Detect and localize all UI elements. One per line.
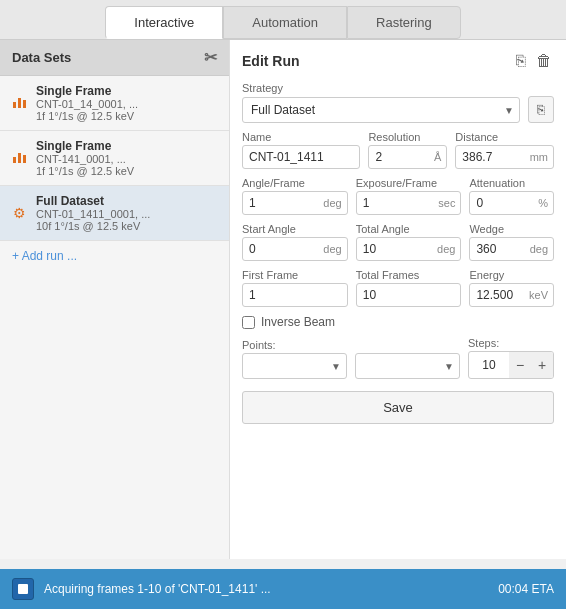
inverse-beam-checkbox[interactable] <box>242 316 255 329</box>
total-frames-input[interactable] <box>356 283 462 307</box>
clear-icon[interactable]: ✂ <box>204 48 217 67</box>
inverse-beam-row: Inverse Beam <box>242 315 554 329</box>
list-item[interactable]: Single Frame CNT-141_0001, ... 1f 1°/1s … <box>0 131 229 186</box>
wedge-label: Wedge <box>469 223 554 235</box>
bars-icon <box>10 149 28 167</box>
points-first-group: Points: ▼ <box>242 339 347 379</box>
sidebar: Data Sets ✂ Single Frame CNT-01_14_0001,… <box>0 40 230 559</box>
gear-icon: ⚙ <box>10 204 28 222</box>
edit-run-title: Edit Run <box>242 53 300 69</box>
distance-label: Distance <box>455 131 554 143</box>
tab-rastering[interactable]: Rastering <box>347 6 461 39</box>
start-angle-input[interactable] <box>242 237 348 261</box>
edit-header: Edit Run ⎘ 🗑 <box>242 50 554 72</box>
energy-label: Energy <box>469 269 554 281</box>
exposure-frame-label: Exposure/Frame <box>356 177 462 189</box>
item-name: CNT-141_0001, ... <box>36 153 134 165</box>
steps-group: Steps: − + <box>468 337 554 379</box>
points-row: Points: ▼ ▼ Steps: <box>242 337 554 379</box>
list-item[interactable]: Single Frame CNT-01_14_0001, ... 1f 1°/1… <box>0 76 229 131</box>
strategy-row: Full Dataset Single Frame Screening ▼ ⎘ <box>242 96 554 123</box>
edit-panel: Edit Run ⎘ 🗑 Strategy Full Dataset Singl… <box>230 40 566 559</box>
distance-input[interactable] <box>455 145 554 169</box>
steps-input[interactable] <box>469 354 509 376</box>
resolution-label: Resolution <box>368 131 447 143</box>
item-name: CNT-01_1411_0001, ... <box>36 208 150 220</box>
attenuation-label: Attenuation <box>469 177 554 189</box>
name-label: Name <box>242 131 360 143</box>
status-bar: Acquiring frames 1-10 of 'CNT-01_1411' .… <box>0 569 566 609</box>
steps-decrement-button[interactable]: − <box>509 352 531 378</box>
points-select-1-wrapper: ▼ <box>242 353 347 379</box>
strategy-copy-button[interactable]: ⎘ <box>528 96 554 123</box>
add-run-button[interactable]: + Add run ... <box>0 241 229 271</box>
status-text: Acquiring frames 1-10 of 'CNT-01_1411' .… <box>44 582 488 596</box>
inverse-beam-label[interactable]: Inverse Beam <box>261 315 335 329</box>
item-detail: 10f 1°/1s @ 12.5 keV <box>36 220 150 232</box>
angle-frame-input[interactable] <box>242 191 348 215</box>
stop-button[interactable] <box>12 578 34 600</box>
total-frames-label: Total Frames <box>356 269 462 281</box>
tab-automation[interactable]: Automation <box>223 6 347 39</box>
points-select-2-wrapper: ▼ <box>355 353 460 379</box>
datasets-title: Data Sets <box>12 50 71 65</box>
strategy-label: Strategy <box>242 82 554 94</box>
tab-interactive[interactable]: Interactive <box>105 6 223 39</box>
start-angle-label: Start Angle <box>242 223 348 235</box>
item-type: Full Dataset <box>36 194 150 208</box>
exposure-frame-input[interactable] <box>356 191 462 215</box>
sidebar-header: Data Sets ✂ <box>0 40 229 76</box>
bars-icon <box>10 94 28 112</box>
item-name: CNT-01_14_0001, ... <box>36 98 138 110</box>
strategy-select-wrapper: Full Dataset Single Frame Screening ▼ <box>242 97 520 123</box>
total-angle-input[interactable] <box>356 237 462 261</box>
wedge-input[interactable] <box>469 237 554 261</box>
points-select-2[interactable] <box>355 353 460 379</box>
resolution-input[interactable] <box>368 145 447 169</box>
item-detail: 1f 1°/1s @ 12.5 keV <box>36 110 138 122</box>
first-frame-input[interactable] <box>242 283 348 307</box>
item-detail: 1f 1°/1s @ 12.5 keV <box>36 165 134 177</box>
tab-bar: Interactive Automation Rastering <box>0 0 566 40</box>
total-angle-label: Total Angle <box>356 223 462 235</box>
frames-energy-row: First Frame Total Frames Energy keV <box>242 269 554 307</box>
points-second-group: ▼ <box>355 351 460 379</box>
strategy-select[interactable]: Full Dataset Single Frame Screening <box>242 97 520 123</box>
list-item[interactable]: ⚙ Full Dataset CNT-01_1411_0001, ... 10f… <box>0 186 229 241</box>
main-layout: Data Sets ✂ Single Frame CNT-01_14_0001,… <box>0 40 566 559</box>
points-label: Points: <box>242 339 347 351</box>
attenuation-input[interactable] <box>469 191 554 215</box>
delete-icon[interactable]: 🗑 <box>534 50 554 72</box>
item-type: Single Frame <box>36 84 138 98</box>
points-select-1[interactable] <box>242 353 347 379</box>
add-run-label: + Add run ... <box>12 249 77 263</box>
steps-increment-button[interactable]: + <box>531 352 553 378</box>
angle-exposure-attenuation-row: Angle/Frame deg Exposure/Frame sec Atten… <box>242 177 554 215</box>
edit-actions: ⎘ 🗑 <box>514 50 554 72</box>
name-input[interactable] <box>242 145 360 169</box>
item-type: Single Frame <box>36 139 134 153</box>
copy-icon[interactable]: ⎘ <box>514 50 528 72</box>
save-button[interactable]: Save <box>242 391 554 424</box>
angle-frame-label: Angle/Frame <box>242 177 348 189</box>
status-eta: 00:04 ETA <box>498 582 554 596</box>
steps-stepper: − + <box>468 351 554 379</box>
energy-input[interactable] <box>469 283 554 307</box>
stop-icon <box>18 584 28 594</box>
steps-label: Steps: <box>468 337 554 349</box>
first-frame-label: First Frame <box>242 269 348 281</box>
angles-wedge-row: Start Angle deg Total Angle deg Wedge de… <box>242 223 554 261</box>
name-resolution-distance-row: Name Resolution Å Distance mm <box>242 131 554 169</box>
